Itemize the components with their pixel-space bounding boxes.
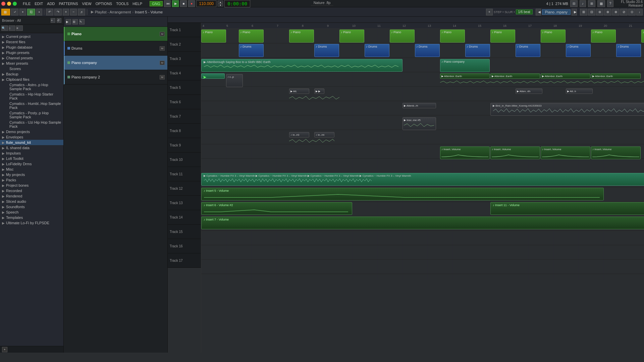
sidebar-item-cymatics-humbl[interactable]: ▶Cymatics - Humbl..Hop Sample Pack — [0, 101, 63, 110]
block-piano-company-1[interactable]: ♪ Piano company — [440, 59, 490, 72]
bpm-display[interactable]: 110.000 — [196, 0, 216, 7]
sidebar-item-current-project[interactable]: ▶Current project — [0, 34, 63, 39]
sidebar-item-mixer-presets[interactable]: ▶Mixer presets — [0, 61, 63, 66]
sidebar-item-sliced-audio[interactable]: ▶Sliced audio — [0, 199, 63, 204]
sidebar-item-rendered[interactable]: ▶Rendered — [0, 193, 63, 199]
bpm-down[interactable]: ▼ — [218, 4, 223, 6]
toggle-step[interactable]: ⊞ — [588, 0, 595, 7]
transport-prev[interactable]: ⏮ — [164, 0, 171, 7]
zoom-out[interactable]: − — [70, 9, 77, 15]
playlist-tool-3[interactable]: ⊛ — [596, 9, 603, 15]
block-in3[interactable]: ♪ In..#3 — [289, 132, 309, 137]
add-track-btn[interactable]: + — [486, 9, 493, 15]
sidebar-item-il-shared[interactable]: ▶IL shared data — [0, 145, 63, 150]
close-button[interactable] — [1, 2, 5, 6]
block-attenbor-3[interactable]: ▶ Attenbor..Earth — [541, 73, 590, 79]
block-attenbor-1[interactable]: ▶ Attenbor..Earth — [440, 73, 490, 79]
piano-key-label[interactable]: Piano..mpany — [542, 9, 571, 15]
block-insert-vol-2[interactable]: ♪ Insert..Volume — [490, 146, 540, 159]
block-piano-1[interactable]: ♪ Piano — [201, 29, 226, 43]
block-insert6-vol[interactable]: ♪ Insert 6 - Volume #2 — [201, 202, 352, 215]
instrument-track-piano[interactable]: Piano M — [64, 27, 167, 41]
undo-button[interactable]: ↶ — [46, 9, 53, 15]
block-attenborough-1[interactable]: ▶ Attenborough Saying Boo to a Sloth! BB… — [201, 59, 402, 72]
block-piano-5[interactable]: ♪ Piano — [390, 29, 415, 43]
playlist-tool-2[interactable]: ⊟ — [588, 9, 595, 15]
tool-magnet[interactable]: ⤶ — [11, 9, 18, 15]
track-mute-piano-company[interactable]: M — [160, 61, 165, 65]
block-bird-rain[interactable]: ▶ Bird_in_Rain-Mike_Koenig-441535833 — [490, 103, 644, 116]
sidebar-item-cymatics-hip[interactable]: ▶Cymatics - Hip Hop Starter Pack — [0, 92, 63, 101]
block-piano-7[interactable]: ♪ Piano — [490, 29, 515, 43]
sidebar-item-backup[interactable]: ▶Backup — [0, 71, 63, 77]
sidebar-item-ultimate-lofi[interactable]: ▶Ultimate Lo-Fi by FLPSDE — [0, 220, 63, 226]
block-att-1[interactable]: ▶ Att. — [289, 88, 309, 94]
toggle-piano[interactable]: ♪ — [580, 0, 586, 7]
menu-add[interactable]: ADD — [47, 2, 55, 6]
block-piano-10[interactable]: ♪ Piano — [641, 29, 644, 43]
transport-stop[interactable]: ■ — [180, 0, 187, 7]
toggle-browser[interactable]: ? — [607, 0, 614, 7]
instrument-track-piano-company[interactable]: Piano company M — [64, 56, 167, 70]
sidebar-item-project-bones[interactable]: ▶Project bones — [0, 183, 63, 188]
volume-btn[interactable]: ♬ — [78, 9, 85, 15]
playlist-tool-1[interactable]: ⊞ — [580, 9, 587, 15]
block-in4[interactable]: ♪ In..#4 — [314, 132, 334, 137]
playlist-tool-8[interactable]: ↓ — [636, 9, 643, 15]
block-piano-9[interactable]: ♪ Piano — [591, 29, 616, 43]
sidebar-item-recent-files[interactable]: ▶Recent files — [0, 39, 63, 45]
sidebar-item-myprojects[interactable]: ▶My projects — [0, 172, 63, 177]
tool-select[interactable]: ⌖ — [19, 9, 26, 15]
track-mute-piano-company2[interactable]: M — [160, 75, 165, 79]
block-drums-6[interactable]: ♪ Drums — [516, 44, 540, 57]
block-insert11-vol[interactable]: ♪ Insert 11 - Volume — [490, 202, 644, 215]
sidebar-item-demo[interactable]: ▶Demo projects — [0, 129, 63, 134]
minimize-button[interactable] — [7, 2, 11, 6]
block-piano-4[interactable]: ♪ Piano — [339, 29, 364, 43]
transport-play[interactable]: ▶ — [172, 0, 179, 7]
block-atten-rth[interactable]: ▶ Atten..rth — [516, 88, 542, 94]
block-piano-8[interactable]: ♪ Piano — [541, 29, 566, 43]
sidebar-list-btn[interactable]: ≡ — [16, 25, 23, 31]
tool-stamp[interactable]: ▪ — [36, 9, 42, 15]
block-attenbor-4[interactable]: ▶ Attenbor..Earth — [591, 73, 641, 79]
block-drums-7[interactable]: ♪ Drums — [566, 44, 591, 57]
playlist-tool-5[interactable]: ⊗ — [612, 9, 620, 15]
menu-view[interactable]: VIEW — [82, 2, 92, 6]
sidebar-item-cymatics-uzi[interactable]: ▶Cymatics - Uzi Hip Hop Sample Pack — [0, 120, 63, 129]
playlist-tool-4[interactable]: ⊕ — [604, 9, 611, 15]
sidebar-item-plugin-presets[interactable]: ▶Plugin presets — [0, 50, 63, 55]
block-insert-vol-1[interactable]: ♪ Insert..Volume — [440, 146, 490, 159]
sidebar-filter-btn[interactable]: ↕ — [9, 25, 15, 31]
track-mute-piano[interactable]: M — [160, 32, 165, 36]
zoom-in[interactable]: + — [63, 9, 69, 15]
block-drums-1[interactable]: ♪ Drums — [239, 44, 264, 57]
toggle-mixer[interactable]: ⊟ — [570, 0, 578, 7]
instrument-track-drums[interactable]: Drums M — [64, 41, 167, 56]
playlist-tool-6[interactable]: ⊘ — [620, 9, 628, 15]
sidebar-item-lofi[interactable]: ▶Lofi Toolkit — [0, 156, 63, 161]
sidebar-item-cymatics-posty[interactable]: ▶Cymatics - Posty..p Hop Sample Pack — [0, 110, 63, 120]
sidebar-item-packs[interactable]: ▶Packs — [0, 177, 63, 183]
block-attenb-rh[interactable]: ▶ Attenb..rh — [402, 103, 436, 108]
sidebar-item-channel-presets[interactable]: ▶Channel presets — [0, 55, 63, 61]
block-drums-8[interactable]: ♪ Drums — [616, 44, 641, 57]
menu-file[interactable]: FILE — [23, 2, 31, 6]
block-insert-vol-3[interactable]: ♪ Insert..Volume — [541, 146, 590, 159]
block-insert7-vol[interactable]: ♪ Insert 7 - Volume — [201, 217, 644, 229]
tracks-panel-btn1[interactable]: ▶ — [66, 19, 71, 24]
sidebar-search-btn[interactable]: 🔍 — [1, 25, 8, 31]
sidebar-add-btn[interactable]: + — [51, 18, 55, 23]
track-blocks-column[interactable]: 4 5 6 7 8 9 10 11 12 13 14 15 16 — [201, 23, 644, 353]
sidebar-item-lofidelity[interactable]: ▶LoFidelity Drms — [0, 161, 63, 167]
sidebar-item-speech[interactable]: ▶Speech — [0, 209, 63, 215]
sidebar-item-scores[interactable]: ▶Scores — [0, 66, 63, 71]
block-drums-2[interactable]: ♪ Drums — [314, 44, 339, 57]
sidebar-item-plugin-db[interactable]: ▶Plugin database — [0, 45, 63, 50]
sidebar-refresh-btn[interactable]: ↺ — [57, 18, 61, 23]
snap-arrow-left[interactable]: ◀ — [536, 9, 541, 15]
instrument-track-piano-company2[interactable]: Piano company 2 M — [64, 70, 167, 84]
toggle-plugin[interactable]: ▦ — [597, 0, 605, 7]
block-arrow-1[interactable]: ➤ — [201, 73, 225, 79]
track-mute-drums[interactable]: M — [160, 46, 165, 51]
